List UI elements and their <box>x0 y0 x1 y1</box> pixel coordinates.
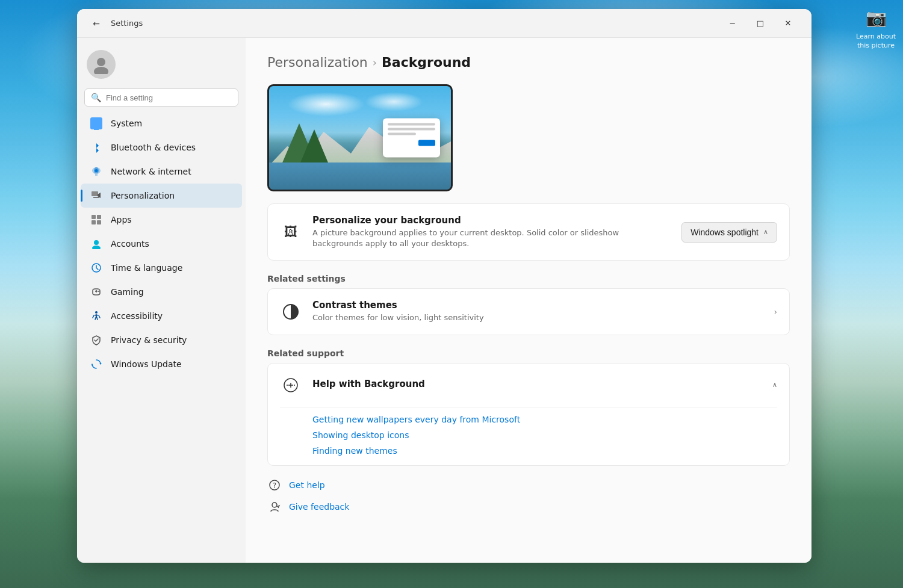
accessibility-icon <box>90 310 102 322</box>
privacy-icon <box>90 334 102 346</box>
breadcrumb-parent[interactable]: Personalization <box>267 55 368 70</box>
close-button[interactable]: ✕ <box>774 14 802 33</box>
svg-point-14 <box>98 291 99 292</box>
sidebar-item-label: Accounts <box>111 239 149 249</box>
give-feedback-row[interactable]: Give feedback <box>267 500 790 514</box>
svg-point-1 <box>94 67 108 74</box>
svg-point-2 <box>95 169 98 172</box>
related-support-label: Related support <box>267 345 790 363</box>
accounts-icon <box>90 238 102 250</box>
contrast-themes-row[interactable]: Contrast themes Color themes for low vis… <box>268 289 789 334</box>
svg-point-18 <box>287 385 288 386</box>
dropdown-value: Windows spotlight <box>690 227 759 237</box>
personalize-text: Personalize your background A picture ba… <box>312 215 671 249</box>
personalize-card: 🖼 Personalize your background A picture … <box>267 203 790 261</box>
sidebar-item-personalization[interactable]: Personalization <box>81 184 242 208</box>
svg-rect-5 <box>92 215 96 219</box>
contrast-icon <box>280 301 302 323</box>
window-title: Settings <box>111 19 143 28</box>
preview-dialog <box>383 119 440 158</box>
related-settings-label: Related settings <box>267 270 790 288</box>
sidebar-item-apps[interactable]: Apps <box>81 208 242 232</box>
titlebar: ← Settings − □ ✕ <box>77 9 811 38</box>
sidebar-item-accessibility[interactable]: Accessibility <box>81 304 242 328</box>
chevron-up-icon-2: ∧ <box>772 381 777 389</box>
preview-water <box>269 162 451 190</box>
personalization-icon <box>90 190 102 202</box>
chevron-right-icon: › <box>774 307 777 317</box>
sidebar-item-label: Network & internet <box>111 167 191 176</box>
bottom-links: ? Get help Give feedback <box>267 478 790 514</box>
help-link-3[interactable]: Finding new themes <box>312 446 777 456</box>
help-link-1[interactable]: Getting new wallpapers every day from Mi… <box>312 415 777 424</box>
content-area: Personalization › Background <box>246 38 811 563</box>
sidebar-item-label: Accessibility <box>111 311 163 321</box>
settings-window: ← Settings − □ ✕ 🔍 <box>77 9 811 563</box>
sidebar-item-label: Bluetooth & devices <box>111 143 196 152</box>
camera-icon: 📷 <box>866 7 887 29</box>
contrast-control: › <box>774 307 777 317</box>
avatar[interactable] <box>87 50 116 79</box>
search-box[interactable]: 🔍 <box>84 88 238 107</box>
personalize-row: 🖼 Personalize your background A picture … <box>268 204 789 260</box>
sidebar-item-network[interactable]: Network & internet <box>81 159 242 184</box>
svg-rect-6 <box>97 215 101 219</box>
help-links: Getting new wallpapers every day from Mi… <box>268 407 789 465</box>
sidebar-item-label: System <box>111 119 142 128</box>
search-input[interactable] <box>106 93 232 102</box>
contrast-themes-card[interactable]: Contrast themes Color themes for low vis… <box>267 288 790 335</box>
dialog-line-3 <box>388 133 416 135</box>
help-control: ∧ <box>772 381 777 389</box>
breadcrumb: Personalization › Background <box>267 55 790 70</box>
maximize-button[interactable]: □ <box>746 14 774 33</box>
dialog-line-1 <box>388 123 435 126</box>
svg-point-10 <box>92 246 101 249</box>
breadcrumb-separator: › <box>373 56 377 69</box>
help-card: Help with Background ∧ Getting new wallp… <box>267 363 790 466</box>
svg-point-0 <box>97 58 105 66</box>
dialog-line-2 <box>388 128 435 131</box>
bluetooth-icon <box>90 141 102 153</box>
svg-rect-3 <box>92 191 98 196</box>
system-icon <box>90 117 102 129</box>
personalize-desc: A picture background applies to your cur… <box>312 227 671 249</box>
learn-about-picture-button[interactable]: 📷 Learn about this picture <box>849 0 903 57</box>
back-button[interactable]: ← <box>87 14 106 33</box>
sidebar-item-label: Time & language <box>111 263 182 273</box>
sidebar-item-gaming[interactable]: Gaming <box>81 280 242 304</box>
sidebar: 🔍 System Bluetooth & devices <box>77 38 246 563</box>
help-icon <box>280 374 302 396</box>
sidebar-item-privacy[interactable]: Privacy & security <box>81 328 242 352</box>
personalize-icon: 🖼 <box>280 221 302 243</box>
network-icon <box>90 166 102 178</box>
learn-button-label: Learn about this picture <box>854 32 898 50</box>
sidebar-item-label: Privacy & security <box>111 335 187 345</box>
minimize-button[interactable]: − <box>719 14 746 33</box>
main-layout: 🔍 System Bluetooth & devices <box>77 38 811 563</box>
help-link-2[interactable]: Showing desktop icons <box>312 430 777 440</box>
give-feedback-label[interactable]: Give feedback <box>289 502 349 512</box>
background-preview <box>267 84 453 191</box>
svg-rect-7 <box>92 220 96 224</box>
sidebar-item-label: Windows Update <box>111 359 182 369</box>
sidebar-item-system[interactable]: System <box>81 111 242 135</box>
help-row[interactable]: Help with Background ∧ <box>268 364 789 407</box>
get-help-label[interactable]: Get help <box>289 480 325 490</box>
sidebar-item-label: Personalization <box>111 191 175 200</box>
svg-text:?: ? <box>273 481 276 490</box>
sidebar-item-update[interactable]: Windows Update <box>81 352 242 376</box>
svg-point-24 <box>272 503 277 507</box>
get-help-row[interactable]: ? Get help <box>267 478 790 492</box>
breadcrumb-current: Background <box>382 55 471 70</box>
background-type-dropdown[interactable]: Windows spotlight ∧ <box>681 222 777 243</box>
apps-icon <box>90 214 102 226</box>
svg-point-15 <box>95 311 98 314</box>
help-text: Help with Background <box>312 379 762 391</box>
sidebar-item-accounts[interactable]: Accounts <box>81 232 242 256</box>
sidebar-item-bluetooth[interactable]: Bluetooth & devices <box>81 135 242 159</box>
svg-point-21 <box>294 385 295 386</box>
sidebar-item-time[interactable]: Time & language <box>81 256 242 280</box>
svg-point-9 <box>94 240 99 245</box>
preview-clouds <box>275 92 445 116</box>
contrast-title: Contrast themes <box>312 300 763 311</box>
